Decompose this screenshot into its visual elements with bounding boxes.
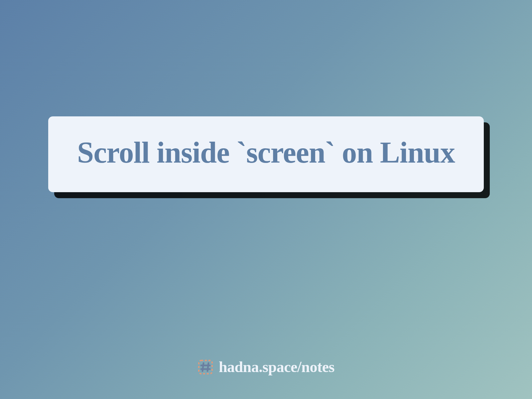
footer-site-label: hadna.space/notes xyxy=(219,358,334,376)
svg-rect-0 xyxy=(199,360,212,374)
hash-logo-icon xyxy=(198,359,213,375)
title-card: Scroll inside `screen` on Linux xyxy=(48,116,484,192)
page-title: Scroll inside `screen` on Linux xyxy=(65,132,467,173)
footer: hadna.space/notes xyxy=(0,358,532,376)
